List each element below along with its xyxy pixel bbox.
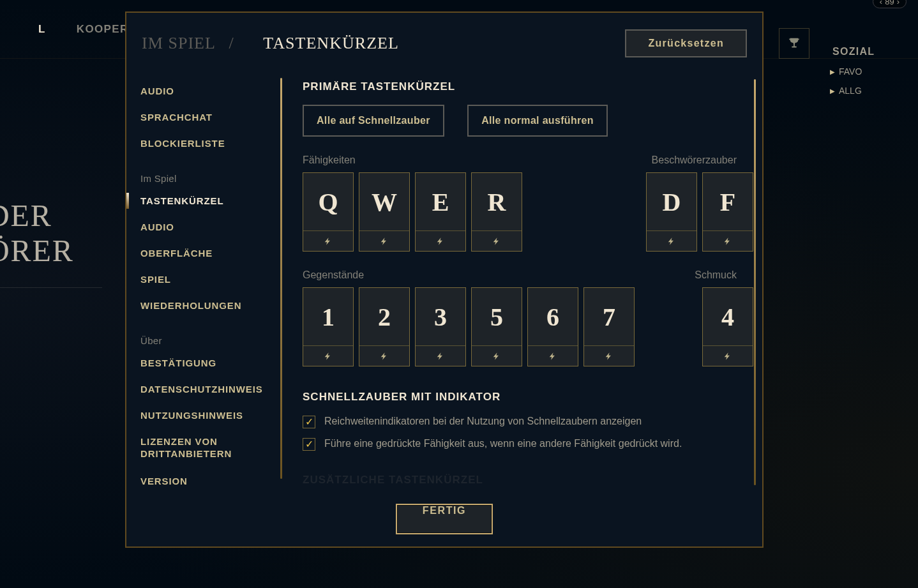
ability-key-e[interactable]: E xyxy=(415,172,466,252)
done-button[interactable]: FERTIG xyxy=(396,504,493,534)
label-summoners: Beschwörerzauber xyxy=(652,155,737,166)
sidebar-item-version[interactable]: VERSION xyxy=(140,468,289,494)
key-label: 5 xyxy=(472,288,522,345)
quickcast-toggle[interactable] xyxy=(416,230,465,251)
level-badge: ‹89› xyxy=(873,0,907,8)
label-trinket: Schmuck xyxy=(695,269,737,281)
checkbox-execute-on-press[interactable]: ✓ Führe eine gedrückte Fähigkeit aus, we… xyxy=(303,437,753,451)
sidebar-item-audio[interactable]: AUDIO xyxy=(140,78,289,104)
sidebar-item-privacy[interactable]: DATENSCHUTZHINWEIS xyxy=(140,376,289,402)
lobby-hero-line1: DER xyxy=(0,198,102,233)
key-label: 4 xyxy=(703,288,753,345)
social-header: SOZIAL xyxy=(832,46,918,57)
section-primary-hotkeys: PRIMÄRE TASTENKÜRZEL xyxy=(303,80,753,93)
lightning-icon xyxy=(667,235,676,248)
key-label: 7 xyxy=(584,288,634,345)
lightning-icon xyxy=(436,350,445,363)
checkbox-label: Führe eine gedrückte Fähigkeit aus, wenn… xyxy=(324,437,682,451)
lightning-icon xyxy=(380,235,389,248)
sidebar-item-verify[interactable]: BESTÄTIGUNG xyxy=(140,350,289,376)
lightning-icon xyxy=(605,350,613,363)
key-label: F xyxy=(703,173,753,230)
quickcast-toggle[interactable] xyxy=(359,345,409,366)
all-quickcast-button[interactable]: Alle auf Schnellzauber xyxy=(303,105,444,137)
item-key-3[interactable]: 3 xyxy=(415,287,466,366)
check-icon: ✓ xyxy=(303,438,315,451)
triangle-icon: ▶ xyxy=(830,87,835,94)
reset-button[interactable]: Zurücksetzen xyxy=(625,29,747,57)
content-scrollbar[interactable] xyxy=(754,79,756,485)
lobby-hero-line2: ÖRER xyxy=(0,233,102,268)
item-key-6[interactable]: 6 xyxy=(527,287,578,366)
sidebar-item-game[interactable]: SPIEL xyxy=(140,266,289,292)
quickcast-toggle[interactable] xyxy=(584,345,634,366)
lightning-icon xyxy=(324,235,333,248)
triangle-icon: ▶ xyxy=(830,68,835,75)
lightning-icon xyxy=(324,350,333,363)
ability-key-r[interactable]: R xyxy=(471,172,522,252)
chevron-right-icon: › xyxy=(897,0,899,6)
lightning-icon xyxy=(380,350,389,363)
breadcrumb-root[interactable]: IM SPIEL xyxy=(142,34,215,52)
key-label: Q xyxy=(303,173,353,230)
key-label: 3 xyxy=(416,288,465,345)
sidebar-group-ingame: Im Spiel xyxy=(140,156,289,188)
lobby-hero-text: DER ÖRER xyxy=(0,198,102,303)
section-quickcast-indicator: SCHNELLZAUBER MIT INDIKATOR xyxy=(303,391,753,403)
key-label: D xyxy=(647,173,696,230)
item-key-2[interactable]: 2 xyxy=(359,287,410,366)
item-key-5[interactable]: 5 xyxy=(471,287,522,366)
sidebar-item-usage[interactable]: NUTZUNGSHINWEIS xyxy=(140,402,289,428)
trophy-icon xyxy=(787,36,801,50)
quickcast-toggle[interactable] xyxy=(647,230,696,251)
ability-key-q[interactable]: Q xyxy=(303,172,354,252)
modal-footer: FERTIG xyxy=(126,492,762,547)
label-abilities: Fähigkeiten xyxy=(303,155,356,166)
check-icon: ✓ xyxy=(303,416,315,428)
quickcast-toggle[interactable] xyxy=(303,345,353,366)
sidebar-scrollbar[interactable] xyxy=(280,78,282,479)
social-fav[interactable]: ▶FAVO xyxy=(830,66,918,77)
sidebar-item-hotkeys[interactable]: TASTENKÜRZEL xyxy=(140,188,289,214)
quickcast-toggle[interactable] xyxy=(472,230,522,251)
trinket-key-4[interactable]: 4 xyxy=(702,287,753,366)
sidebar-item-audio2[interactable]: AUDIO xyxy=(140,214,289,240)
checkbox-label: Reichweitenindikatoren bei der Nutzung v… xyxy=(324,415,642,428)
lightning-icon xyxy=(548,350,557,363)
sidebar-item-voicechat[interactable]: SPRACHCHAT xyxy=(140,104,289,130)
nav-item-left-partial[interactable]: L xyxy=(38,23,46,36)
level-value: 89 xyxy=(885,0,894,6)
all-normalcast-button[interactable]: Alle normal ausführen xyxy=(467,105,608,137)
key-label: R xyxy=(472,173,522,230)
summoner-key-f[interactable]: F xyxy=(702,172,753,252)
breadcrumb: IM SPIEL / TASTENKÜRZEL xyxy=(142,34,399,53)
settings-modal: IM SPIEL / TASTENKÜRZEL Zurücksetzen AUD… xyxy=(125,11,764,548)
lightning-icon xyxy=(723,235,732,248)
sidebar-item-blocklist[interactable]: BLOCKIERLISTE xyxy=(140,130,289,156)
checkbox-range-indicators[interactable]: ✓ Reichweitenindikatoren bei der Nutzung… xyxy=(303,415,753,428)
sidebar-item-replays[interactable]: WIEDERHOLUNGEN xyxy=(140,292,289,319)
social-panel: ‹89› SOZIAL ▶FAVO ▶ALLG xyxy=(822,0,918,588)
quickcast-toggle[interactable] xyxy=(303,230,353,251)
item-key-7[interactable]: 7 xyxy=(583,287,635,366)
quickcast-toggle[interactable] xyxy=(359,230,409,251)
trophy-button[interactable] xyxy=(779,28,809,59)
sidebar-item-thirdparty[interactable]: LIZENZEN VON DRITTANBIETERN xyxy=(140,428,289,468)
quickcast-toggle[interactable] xyxy=(472,345,522,366)
lightning-icon xyxy=(492,350,501,363)
sidebar-group-about: Über xyxy=(140,319,289,350)
breadcrumb-sep: / xyxy=(229,34,234,52)
settings-content: PRIMÄRE TASTENKÜRZEL Alle auf Schnellzau… xyxy=(289,74,762,492)
sidebar-item-interface[interactable]: OBERFLÄCHE xyxy=(140,240,289,266)
summoner-key-d[interactable]: D xyxy=(646,172,697,252)
ability-key-w[interactable]: W xyxy=(359,172,410,252)
quickcast-toggle[interactable] xyxy=(528,345,578,366)
quickcast-toggle[interactable] xyxy=(703,230,753,251)
quickcast-toggle[interactable] xyxy=(416,345,465,366)
social-all[interactable]: ▶ALLG xyxy=(830,86,918,96)
quickcast-toggle[interactable] xyxy=(703,345,753,366)
section-additional-hotkeys: ZUSÄTZLICHE TASTENKÜRZEL xyxy=(303,474,753,486)
key-label: E xyxy=(416,173,465,230)
item-key-1[interactable]: 1 xyxy=(303,287,354,366)
lightning-icon xyxy=(723,350,732,363)
